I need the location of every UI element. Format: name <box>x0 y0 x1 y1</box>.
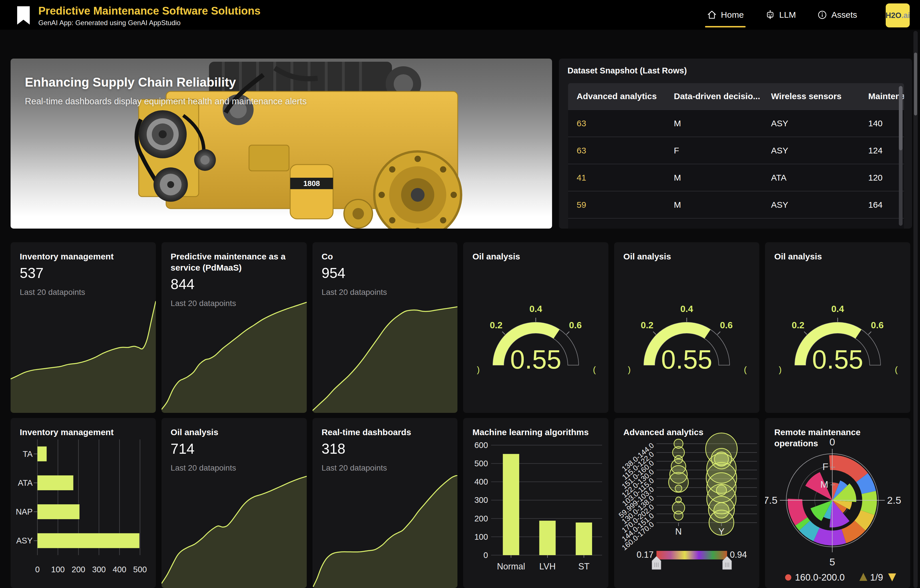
svg-text:200: 200 <box>475 514 488 523</box>
nav-llm[interactable]: LLM <box>765 0 796 30</box>
svg-text:200: 200 <box>72 565 86 574</box>
table-row: 59MASY164 <box>568 191 904 218</box>
table-cell: ASY <box>763 146 860 155</box>
svg-text:500: 500 <box>133 565 147 574</box>
table-cell: M <box>665 200 763 210</box>
robot-icon <box>765 10 775 20</box>
svg-text:Y: Y <box>718 526 724 536</box>
table-scrollbar-thumb[interactable] <box>899 86 902 150</box>
card-oil-analysis-gauge-1: Oil analysis 0.20.40.6)(0.55 <box>463 242 608 413</box>
svg-text:1/9: 1/9 <box>870 572 883 583</box>
card-ml-algorithms: Machine learning algorithms 010020030040… <box>463 418 608 588</box>
svg-text:0.17: 0.17 <box>637 550 654 560</box>
bubble-chart: 138.0-144.0115.0-122.0151.0-160.0122.0-1… <box>614 418 759 588</box>
table-cell: ASY <box>763 227 860 229</box>
card-title: Inventory management <box>20 251 147 262</box>
card-title: Predictive maintenance as a service (PdM… <box>171 251 298 273</box>
table-cell: 57 <box>568 227 665 229</box>
card-oil-analysis-gauge-3: Oil analysis 0.20.40.6)(0.55 <box>765 242 910 413</box>
card-title: Inventory management <box>20 426 147 438</box>
line-chart <box>313 300 458 413</box>
page-scrollbar-thumb[interactable] <box>914 53 917 115</box>
table-cell: 140 <box>860 227 904 229</box>
nav-llm-label: LLM <box>779 10 796 20</box>
svg-text:(: ( <box>895 365 898 374</box>
svg-text:0.2: 0.2 <box>490 320 502 330</box>
bookmark-logo-icon <box>16 6 30 25</box>
card-oil-analysis-gauge-2: Oil analysis 0.20.40.6)(0.55 <box>614 242 759 413</box>
svg-text:0: 0 <box>483 551 488 560</box>
table-cell: 63 <box>568 146 665 155</box>
gauge-chart: 0.20.40.6)(0.55 <box>614 282 759 376</box>
info-icon <box>817 10 828 20</box>
svg-text:ST: ST <box>578 561 590 572</box>
card-subtitle: Last 20 datapoints <box>322 288 449 297</box>
oil-filter: 1808 <box>290 165 333 219</box>
line-chart <box>11 300 156 413</box>
badge-main: H2O <box>885 11 901 20</box>
table-row: 63FASY124 <box>568 137 904 164</box>
card-title: Oil analysis <box>774 251 901 262</box>
table-cell: ATA <box>763 173 860 183</box>
table-cell: 140 <box>860 119 904 128</box>
svg-text:0.4: 0.4 <box>530 304 543 314</box>
svg-text:0.6: 0.6 <box>569 320 582 330</box>
card-stat: 714 <box>171 441 298 457</box>
card-title: Oil analysis <box>472 251 599 262</box>
svg-text:NAP: NAP <box>16 507 32 516</box>
svg-text:300: 300 <box>92 565 106 574</box>
card-inventory-management: Inventory management 537 Last 20 datapoi… <box>11 242 156 413</box>
svg-text:(: ( <box>593 365 596 374</box>
svg-text:0.6: 0.6 <box>871 320 883 330</box>
card-stat: 318 <box>322 441 449 457</box>
card-subtitle: Last 20 datapoints <box>171 464 298 473</box>
card-subtitle: Last 20 datapoints <box>20 288 147 297</box>
svg-text:0.55: 0.55 <box>812 345 863 374</box>
svg-text:2.5: 2.5 <box>887 494 901 506</box>
svg-text:): ) <box>477 365 480 374</box>
table-cell: 164 <box>860 200 904 210</box>
svg-text:0.55: 0.55 <box>510 345 562 374</box>
vertical-bar-chart: 0100200300400500600NormalLVHST <box>463 418 608 588</box>
svg-text:(: ( <box>744 365 747 374</box>
table-cell: 59 <box>568 200 665 210</box>
card-subtitle: Last 20 datapoints <box>171 299 298 308</box>
table-cell: F <box>665 146 763 155</box>
page-title: Predictive Maintenance Software Solution… <box>38 5 261 17</box>
card-title: Real-time dashboards <box>322 426 449 438</box>
table-scrollbar[interactable] <box>899 86 902 226</box>
svg-text:0.2: 0.2 <box>792 320 804 330</box>
brand: Predictive Maintenance Software Solution… <box>16 5 261 27</box>
svg-text:400: 400 <box>475 477 488 486</box>
svg-text:M: M <box>820 479 828 490</box>
svg-text:0: 0 <box>35 565 40 574</box>
page-down-icon[interactable] <box>888 573 896 582</box>
dataset-snapshot-card: Dataset Snapshot (Last Rows) Advanced an… <box>559 58 912 229</box>
card-realtime-dashboards: Real-time dashboards 318 Last 20 datapoi… <box>313 418 458 588</box>
cards-row-1: Inventory management 537 Last 20 datapoi… <box>11 242 910 413</box>
card-title: Oil analysis <box>623 251 750 262</box>
gauge-chart: 0.20.40.6)(0.55 <box>463 282 608 376</box>
nav-home[interactable]: Home <box>707 0 744 30</box>
card-advanced-analytics: Advanced analytics 138.0-144.0115.0-122.… <box>614 418 759 588</box>
nav-home-label: Home <box>721 10 744 20</box>
line-chart <box>313 475 458 588</box>
card-subtitle: Last 20 datapoints <box>322 464 449 473</box>
nav-assets[interactable]: Assets <box>817 0 857 30</box>
card-pdmaas: Predictive maintenance as a service (PdM… <box>162 242 307 413</box>
card-stat: 954 <box>322 265 449 281</box>
svg-text:5: 5 <box>829 556 835 568</box>
column-header: Maintenance <box>860 91 904 101</box>
svg-text:7.5: 7.5 <box>765 494 777 506</box>
h2o-badge[interactable]: H2O.ai <box>886 3 910 27</box>
svg-text:0.4: 0.4 <box>680 304 693 314</box>
nav-assets-label: Assets <box>831 10 857 20</box>
horizontal-bar-chart: 0100200300400500TAATANAPASY <box>11 418 156 588</box>
page-up-icon[interactable] <box>859 573 867 581</box>
card-remote-maintenance: Remote maintenance operations 02.557.5FM… <box>765 418 910 588</box>
page-scrollbar[interactable] <box>914 31 918 588</box>
column-header: Advanced analytics <box>568 91 665 101</box>
table-header-row: Advanced analytics Data-driven decisio..… <box>568 83 904 110</box>
hero-card: 1808 Enhancing Supply Chain Reliability … <box>11 58 552 229</box>
table-row: 41MATA120 <box>568 164 904 191</box>
